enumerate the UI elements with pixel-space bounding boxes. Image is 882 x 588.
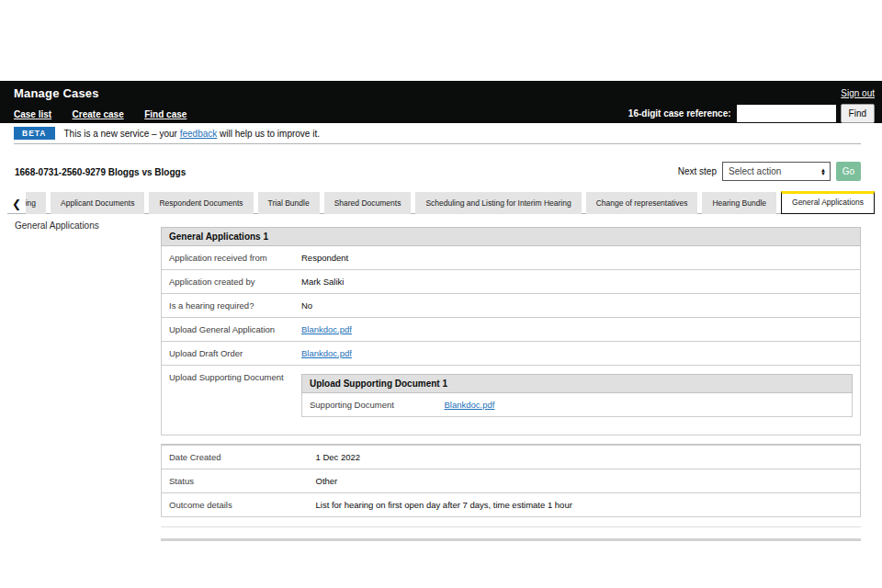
primary-nav: Case list Create case Find case <box>14 105 203 121</box>
row-value: No <box>294 294 861 318</box>
tab-general-applications[interactable]: General Applications <box>781 191 875 214</box>
feedback-link[interactable]: feedback <box>180 129 218 139</box>
tab-strip: ❮ d Listing Applicant Documents Responde… <box>7 192 875 214</box>
application-status-table: Date Created 1 Dec 2022 Status Other Out… <box>161 444 861 517</box>
table-row: Outcome details List for hearing on firs… <box>162 493 861 517</box>
select-spinner-icon: ▲▼ <box>820 168 826 175</box>
table-row: Upload General Application Blankdoc.pdf <box>162 318 861 342</box>
section-divider-thick <box>161 538 861 541</box>
beta-badge: BETA <box>14 127 55 140</box>
case-header: 1668-0731-2560-9279 Bloggs vs Bloggs Nex… <box>15 162 861 184</box>
table-row: Is a hearing required? No <box>162 294 861 318</box>
nav-case-list[interactable]: Case list <box>14 109 51 119</box>
tab-listing[interactable]: d Listing <box>26 192 46 214</box>
row-value: Respondent <box>294 246 861 270</box>
table-row: Status Other <box>162 469 861 493</box>
case-reference-label: 16-digit case reference: <box>628 108 731 119</box>
go-button[interactable]: Go <box>836 162 861 181</box>
row-label: Status <box>162 469 309 493</box>
row-value: 1 Dec 2022 <box>309 445 861 469</box>
row-value: List for hearing on first open day after… <box>309 493 861 517</box>
case-reference-input[interactable] <box>737 105 836 122</box>
sidebar-item-general-applications: General Applications <box>15 220 99 231</box>
tab-applicant-documents[interactable]: Applicant Documents <box>51 192 144 214</box>
tab-change-of-representatives[interactable]: Change of representatives <box>586 192 698 214</box>
table-header: General Applications 1 <box>162 228 861 246</box>
row-label: Application received from <box>162 246 295 270</box>
next-step-selected-value: Select action <box>729 166 820 176</box>
beta-text-after: will help us to improve it. <box>217 129 320 139</box>
find-button[interactable]: Find <box>841 104 875 123</box>
general-applications-table: General Applications 1 Application recei… <box>161 227 861 435</box>
nested-table-header: Upload Supporting Document 1 <box>302 375 853 393</box>
sign-out-link[interactable]: Sign out <box>841 88 875 98</box>
table-row: Date Created 1 Dec 2022 <box>162 445 861 469</box>
next-step-select[interactable]: Select action ▲▼ <box>722 162 831 181</box>
table-row: Upload Supporting Document Upload Suppor… <box>162 366 861 435</box>
row-value: Other <box>309 469 861 493</box>
row-label: Supporting Document <box>302 393 437 417</box>
beta-banner: BETA This is a new service – your feedba… <box>14 123 861 144</box>
general-application-document-link[interactable]: Blankdoc.pdf <box>301 324 352 334</box>
supporting-document-link[interactable]: Blankdoc.pdf <box>445 400 495 410</box>
row-label: Upload General Application <box>162 318 295 342</box>
nav-create-case[interactable]: Create case <box>73 109 124 119</box>
app-title: Manage Cases <box>14 86 99 100</box>
case-title: 1668-0731-2560-9279 Bloggs vs Bloggs <box>15 167 186 177</box>
draft-order-document-link[interactable]: Blankdoc.pdf <box>301 348 352 358</box>
tab-respondent-documents[interactable]: Respondent Documents <box>149 192 253 214</box>
row-label: Application created by <box>162 270 295 294</box>
tab-hearing-bundle[interactable]: Hearing Bundle <box>702 192 776 214</box>
tab-shared-documents[interactable]: Shared Documents <box>324 192 412 214</box>
tab-scheduling-listing-interim-hearing[interactable]: Scheduling and Listing for Interim Heari… <box>415 192 581 214</box>
app-header: Manage Cases Sign out Case list Create c… <box>0 81 882 123</box>
row-label: Outcome details <box>162 493 309 517</box>
table-row: Upload Draft Order Blankdoc.pdf <box>162 342 861 366</box>
tabs-scroll-left-icon[interactable]: ❮ <box>7 198 26 214</box>
row-label: Is a hearing required? <box>162 294 295 318</box>
beta-text: This is a new service – your feedback wi… <box>64 129 320 139</box>
beta-text-before: This is a new service – your <box>64 129 180 139</box>
table-row: Supporting Document Blankdoc.pdf <box>302 393 853 417</box>
row-label: Date Created <box>162 445 309 469</box>
row-label: Upload Draft Order <box>162 342 295 366</box>
tab-trial-bundle[interactable]: Trial Bundle <box>258 192 320 214</box>
table-row: Application received from Respondent <box>162 246 861 270</box>
nav-find-case[interactable]: Find case <box>144 109 187 119</box>
next-step-label: Next step <box>678 166 717 176</box>
table-row: Application created by Mark Saliki <box>162 270 861 294</box>
supporting-document-table: Upload Supporting Document 1 Supporting … <box>301 374 853 417</box>
section-divider-thin <box>161 526 861 527</box>
tab-content: General Applications 1 Application recei… <box>161 227 861 541</box>
row-value: Mark Saliki <box>294 270 861 294</box>
table-gap <box>161 435 861 444</box>
row-label: Upload Supporting Document <box>162 366 295 435</box>
